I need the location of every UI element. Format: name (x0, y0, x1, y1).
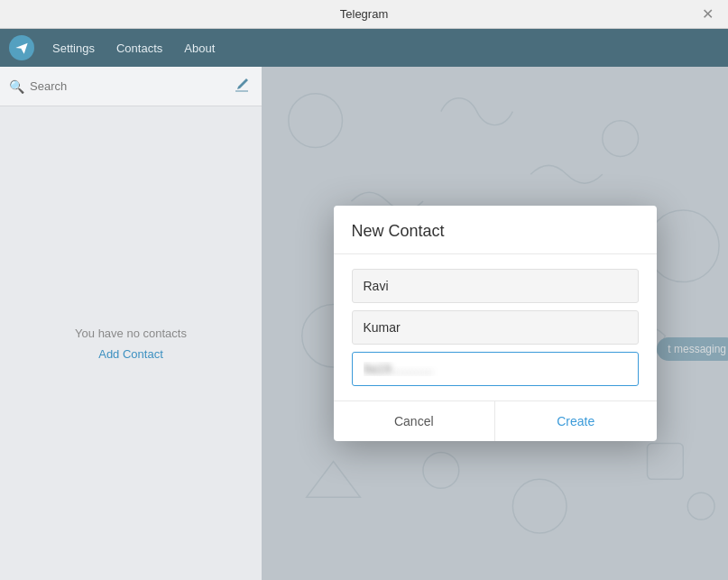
create-button[interactable]: Create (495, 401, 657, 441)
modal-footer: Cancel Create (334, 400, 657, 441)
menu-bar: Settings Contacts About (0, 29, 728, 67)
sidebar: 🔍 You have no contacts Add Contact (0, 67, 262, 580)
modal-header: New Contact (334, 206, 657, 254)
search-bar: 🔍 (0, 67, 262, 106)
add-contact-link[interactable]: Add Contact (98, 347, 163, 361)
sidebar-content: You have no contacts Add Contact (0, 106, 262, 580)
search-input[interactable] (30, 79, 226, 93)
menu-item-about[interactable]: About (175, 38, 224, 59)
app-logo (9, 35, 34, 60)
title-bar: Telegram ✕ (0, 0, 728, 29)
main-area: 🔍 You have no contacts Add Contact (0, 67, 728, 580)
new-contact-modal: New Contact Cancel Create (334, 206, 657, 441)
phone-input[interactable] (352, 352, 639, 386)
chat-area: t messaging New Contact Cancel Create (262, 67, 728, 580)
menu-item-settings[interactable]: Settings (43, 38, 104, 59)
cancel-button[interactable]: Cancel (334, 401, 496, 441)
close-button[interactable]: ✕ (696, 5, 719, 23)
first-name-input[interactable] (352, 269, 639, 303)
app-title: Telegram (340, 7, 388, 21)
menu-item-contacts[interactable]: Contacts (107, 38, 171, 59)
modal-body (334, 254, 657, 400)
modal-title: New Contact (352, 222, 445, 240)
compose-icon[interactable] (231, 76, 253, 97)
no-contacts-text: You have no contacts (75, 327, 187, 340)
search-icon: 🔍 (9, 79, 24, 94)
modal-overlay: New Contact Cancel Create (262, 67, 728, 580)
last-name-input[interactable] (352, 310, 639, 345)
